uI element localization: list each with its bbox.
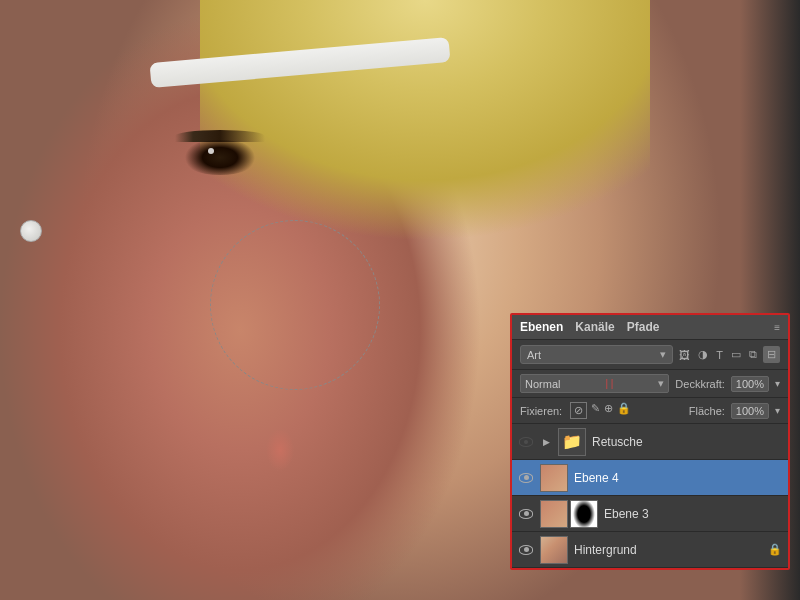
layer-item-hintergrund[interactable]: Hintergrund 🔒	[512, 532, 788, 568]
search-box[interactable]: Art ▾	[520, 345, 673, 364]
blend-mode-value: Normal	[525, 378, 560, 390]
panel-tabs: Ebenen Kanäle Pfade	[520, 320, 659, 334]
search-dropdown-icon[interactable]: ▾	[660, 348, 666, 361]
lock-position-icon[interactable]: ✎	[591, 402, 600, 419]
opacity-value[interactable]: 100%	[731, 376, 769, 392]
layer-thumb-retusche: 📁	[558, 428, 586, 456]
layer-item-ebene4[interactable]: Ebene 4	[512, 460, 788, 496]
shape-icon[interactable]: ▭	[729, 347, 743, 362]
fill-label: Fläche:	[689, 405, 725, 417]
tab-pfade[interactable]: Pfade	[627, 320, 660, 334]
layer-expand-retusche[interactable]: ▶	[540, 436, 552, 448]
more-icon[interactable]: ⊟	[763, 346, 780, 363]
lock-all-icon[interactable]: 🔒	[617, 402, 631, 419]
layer-vis-hintergrund[interactable]	[518, 542, 534, 558]
layer-thumb-ebene3-content	[540, 500, 568, 528]
toolbar-icons: 🖼 ◑ T ▭ ⧉ ⊟	[677, 346, 780, 363]
layer-vis-ebene3[interactable]	[518, 506, 534, 522]
layer-thumb-hintergrund	[540, 536, 568, 564]
tab-ebenen[interactable]: Ebenen	[520, 320, 563, 334]
blend-opacity-row: Normal | | ▾ Deckkraft: 100% ▾	[512, 370, 788, 398]
lock-icons: ⊘ ✎ ⊕ 🔒	[570, 402, 681, 419]
layer-name-retusche: Retusche	[592, 435, 782, 449]
layer-thumb-ebene3-mask	[570, 500, 598, 528]
layer-item-retusche[interactable]: ▶ 📁 Retusche	[512, 424, 788, 460]
search-text: Art	[527, 349, 541, 361]
lock-fill-row: Fixieren: ⊘ ✎ ⊕ 🔒 Fläche: 100% ▾	[512, 398, 788, 424]
opacity-label: Deckkraft:	[675, 378, 725, 390]
fill-arrow[interactable]: ▾	[775, 405, 780, 416]
layer-vis-retusche[interactable]	[518, 434, 534, 450]
layer-thumb-ebene4	[540, 464, 568, 492]
hair-element	[200, 0, 650, 250]
panel-header: Ebenen Kanäle Pfade ≡	[512, 315, 788, 340]
earring-element	[20, 220, 42, 242]
adjust-icon[interactable]: ◑	[696, 347, 710, 362]
layer-vis-ebene4[interactable]	[518, 470, 534, 486]
eye-icon-hintergrund	[519, 545, 533, 555]
image-icon[interactable]: 🖼	[677, 348, 692, 362]
smart-icon[interactable]: ⧉	[747, 347, 759, 362]
text-icon[interactable]: T	[714, 348, 725, 362]
layer-name-hintergrund: Hintergrund	[574, 543, 762, 557]
layer-name-ebene3: Ebene 3	[604, 507, 782, 521]
panel-menu-icon[interactable]: ≡	[774, 322, 780, 333]
layer-lock-hintergrund: 🔒	[768, 543, 782, 556]
layer-list: ▶ 📁 Retusche Ebene 4	[512, 424, 788, 568]
layer-item-ebene3[interactable]: Ebene 3	[512, 496, 788, 532]
panel-toolbar: Art ▾ 🖼 ◑ T ▭ ⧉ ⊟	[512, 340, 788, 370]
fill-value[interactable]: 100%	[731, 403, 769, 419]
layer-name-ebene4: Ebene 4	[574, 471, 782, 485]
fill-row: Fläche: 100% ▾	[689, 403, 780, 419]
layers-panel: Ebenen Kanäle Pfade ≡ Art ▾ 🖼 ◑ T ▭ ⧉ ⊟ …	[510, 313, 790, 570]
lock-pixels-icon[interactable]: ⊘	[570, 402, 587, 419]
blend-mode-indicators: | |	[605, 378, 613, 389]
blend-mode-select[interactable]: Normal | | ▾	[520, 374, 669, 393]
blend-mode-arrow: ▾	[658, 377, 664, 390]
lock-label: Fixieren:	[520, 405, 562, 417]
eye-element	[170, 130, 290, 190]
eye-icon-ebene4	[519, 473, 533, 483]
eye-icon-ebene3	[519, 509, 533, 519]
nose-element	[260, 420, 300, 480]
circle-selection	[210, 220, 380, 390]
lock-transform-icon[interactable]: ⊕	[604, 402, 613, 419]
tab-kanaele[interactable]: Kanäle	[575, 320, 614, 334]
ebene3-thumb-container	[540, 500, 598, 528]
opacity-arrow[interactable]: ▾	[775, 378, 780, 389]
